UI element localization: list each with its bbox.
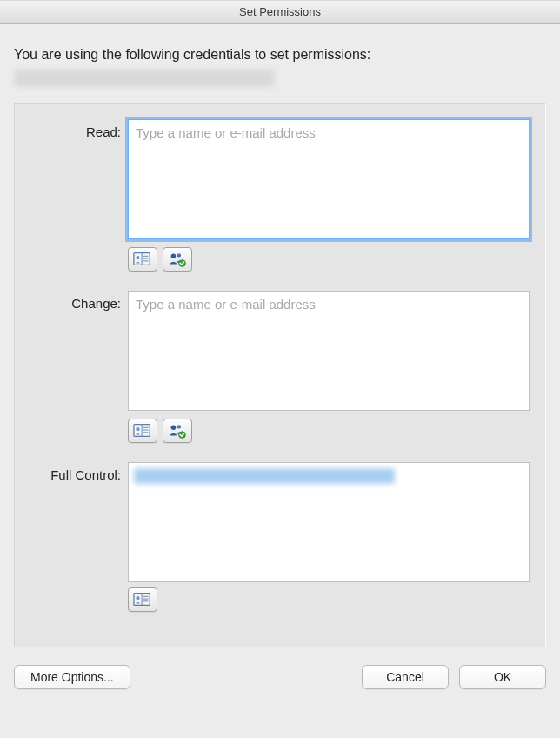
window-title: Set Permissions <box>239 5 321 18</box>
check-names-button-change[interactable] <box>163 419 192 443</box>
address-book-icon <box>133 591 152 608</box>
svg-point-7 <box>177 253 181 257</box>
people-check-icon <box>168 422 187 439</box>
read-input[interactable] <box>128 119 530 239</box>
ok-button[interactable]: OK <box>459 665 546 689</box>
svg-point-2 <box>136 256 139 259</box>
svg-point-15 <box>171 426 177 431</box>
address-book-icon <box>133 422 152 439</box>
svg-point-16 <box>177 425 181 428</box>
svg-point-6 <box>171 254 177 259</box>
credentials-redacted <box>14 70 275 87</box>
full-control-label: Full Control: <box>20 462 128 482</box>
change-input[interactable] <box>128 291 530 411</box>
permissions-panel: Read: <box>14 103 546 647</box>
check-names-button-read[interactable] <box>163 247 192 272</box>
intro-text: You are using the following credentials … <box>14 47 546 63</box>
dialog-footer: More Options... Cancel OK <box>0 647 560 703</box>
address-book-button-full-control[interactable] <box>128 587 157 612</box>
window-titlebar: Set Permissions <box>0 0 560 24</box>
svg-point-11 <box>136 427 139 431</box>
read-label: Read: <box>20 119 128 139</box>
address-book-button-change[interactable] <box>128 419 157 443</box>
svg-point-20 <box>136 596 139 600</box>
address-book-button-read[interactable] <box>128 247 157 272</box>
full-control-list[interactable] <box>128 462 530 582</box>
address-book-icon <box>133 251 152 268</box>
full-control-entry-redacted[interactable] <box>134 468 395 484</box>
more-options-button[interactable]: More Options... <box>14 665 130 689</box>
cancel-button[interactable]: Cancel <box>362 665 449 689</box>
people-check-icon <box>168 251 187 268</box>
change-label: Change: <box>20 291 128 311</box>
